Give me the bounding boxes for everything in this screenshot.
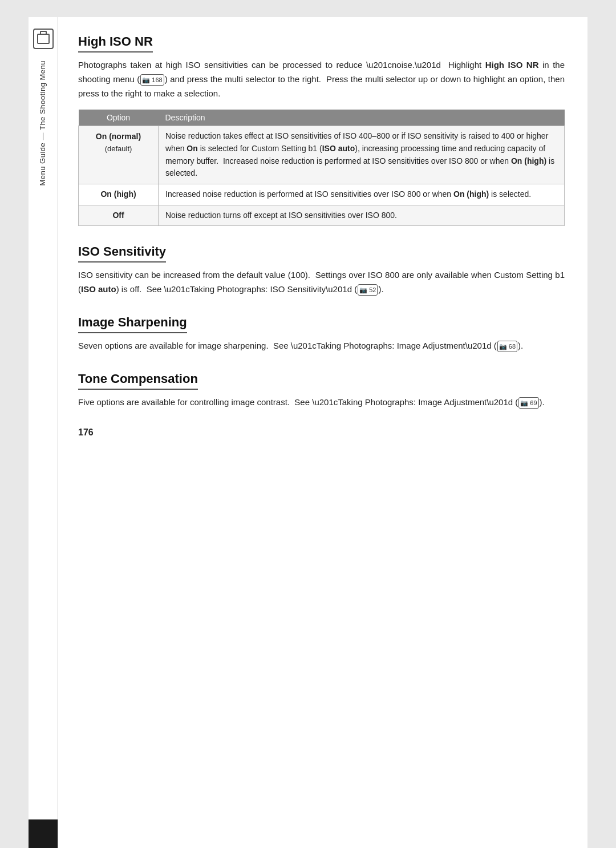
table-cell-description-on-high: Increased noise reduction is performed a… xyxy=(159,184,565,205)
table-cell-description-off: Noise reduction turns off except at ISO … xyxy=(159,205,565,226)
table-cell-option: On (normal) (default) xyxy=(79,126,159,184)
sidebar-label: Menu Guide — The Shooting Menu xyxy=(38,60,48,186)
ref-icon-52: 📷 52 xyxy=(358,284,378,296)
camera-icon xyxy=(33,29,54,49)
page-container: Menu Guide — The Shooting Menu High ISO … xyxy=(29,17,587,848)
image-sharpening-body: Seven options are available for image sh… xyxy=(78,339,565,353)
table-header-description: Description xyxy=(159,110,565,126)
sidebar-text2: The Shooting Menu xyxy=(38,60,47,130)
main-content: High ISO NR Photographs taken at high IS… xyxy=(58,17,587,848)
sidebar-text1: Menu Guide xyxy=(38,143,47,186)
sidebar-text-container: Menu Guide — The Shooting Menu xyxy=(38,60,48,848)
iso-sensitivity-body: ISO sensitivity can be increased from th… xyxy=(78,268,565,297)
section-high-iso-nr: High ISO NR Photographs taken at high IS… xyxy=(78,34,565,226)
option-on-normal-default: (default) xyxy=(86,143,151,155)
section-tone-compensation: Tone Compensation Five options are avail… xyxy=(78,371,565,410)
table-row: On (high) Increased noise reduction is p… xyxy=(79,184,565,205)
section-image-sharpening: Image Sharpening Seven options are avail… xyxy=(78,315,565,353)
option-on-normal-label: On (normal) xyxy=(96,132,141,141)
ref-icon-68: 📷 68 xyxy=(497,341,517,352)
high-iso-nr-text1: Photographs taken at high ISO sensitivit… xyxy=(78,60,565,98)
table-cell-option-off: Off xyxy=(79,205,159,226)
sidebar-separator: — xyxy=(38,132,47,140)
tone-compensation-body: Five options are available for controlli… xyxy=(78,395,565,410)
section-iso-sensitivity: ISO Sensitivity ISO sensitivity can be i… xyxy=(78,244,565,297)
sidebar: Menu Guide — The Shooting Menu xyxy=(29,17,58,848)
image-sharpening-title: Image Sharpening xyxy=(78,315,187,333)
ref-icon-69: 📷 69 xyxy=(518,397,538,409)
ref-icon-168: 📷 168 xyxy=(140,74,164,86)
options-table: Option Description On (normal) (default)… xyxy=(78,110,565,226)
sidebar-black-bar xyxy=(29,819,58,848)
table-row: Off Noise reduction turns off except at … xyxy=(79,205,565,226)
iso-sensitivity-title: ISO Sensitivity xyxy=(78,244,166,263)
table-cell-description-on-normal: Noise reduction takes effect at ISO sens… xyxy=(159,126,565,184)
table-row: On (normal) (default) Noise reduction ta… xyxy=(79,126,565,184)
page-number: 176 xyxy=(78,427,565,438)
tone-compensation-title: Tone Compensation xyxy=(78,371,198,390)
high-iso-nr-body: Photographs taken at high ISO sensitivit… xyxy=(78,58,565,100)
table-header-option: Option xyxy=(79,110,159,126)
high-iso-nr-title: High ISO NR xyxy=(78,34,153,53)
table-cell-option-on-high: On (high) xyxy=(79,184,159,205)
